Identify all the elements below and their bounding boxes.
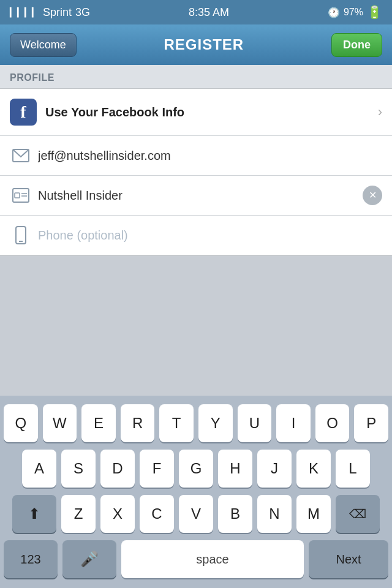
battery-info: 🕐 97% 🔋 (328, 5, 382, 20)
key-i[interactable]: I (276, 404, 311, 442)
keyboard-row-3: ⬆ Z X C V B N M ⌫ (0, 495, 392, 533)
space-label: space (196, 552, 228, 567)
phone-field[interactable] (38, 228, 382, 243)
number-key[interactable]: 123 (4, 540, 58, 578)
back-button[interactable]: Welcome (10, 33, 77, 57)
carrier-name: Sprint (43, 6, 72, 19)
signal-icon: ▎▎▎▎ (10, 7, 39, 17)
battery-icon: 🔋 (367, 5, 382, 20)
key-g[interactable]: G (179, 450, 213, 488)
keyboard-row-1: Q W E R T Y U I O P (0, 404, 392, 442)
network-type: 3G (75, 6, 90, 19)
key-d[interactable]: D (100, 450, 135, 488)
key-n[interactable]: N (257, 495, 292, 533)
delete-key[interactable]: ⌫ (336, 495, 380, 533)
key-c[interactable]: C (140, 495, 174, 533)
shift-icon: ⬆ (28, 505, 40, 522)
clear-name-button[interactable]: ✕ (363, 186, 382, 205)
key-r[interactable]: R (121, 404, 155, 442)
key-q[interactable]: Q (4, 404, 38, 442)
clear-icon: ✕ (369, 190, 377, 200)
phone-icon (10, 224, 32, 246)
key-a[interactable]: A (22, 450, 56, 488)
delete-icon: ⌫ (349, 507, 366, 521)
name-field[interactable] (38, 189, 363, 203)
key-t[interactable]: T (159, 404, 194, 442)
microphone-icon: 🎤 (80, 551, 99, 568)
name-row: ✕ (0, 176, 392, 216)
key-z[interactable]: Z (61, 495, 96, 533)
next-key[interactable]: Next (309, 540, 388, 578)
battery-percent: 97% (344, 7, 363, 18)
space-key[interactable]: space (121, 540, 304, 578)
keyboard: Q W E R T Y U I O P A S D F G H J K L ⬆ … (0, 396, 392, 588)
key-b[interactable]: B (218, 495, 252, 533)
phone-row (0, 216, 392, 255)
key-l[interactable]: L (336, 450, 370, 488)
page-title: REGISTER (164, 36, 244, 53)
carrier-info: ▎▎▎▎ Sprint 3G (10, 6, 90, 19)
form-container: f Use Your Facebook Info › ✕ (0, 88, 392, 256)
facebook-label: Use Your Facebook Info (45, 105, 378, 119)
number-label: 123 (20, 552, 40, 567)
svg-rect-2 (15, 193, 20, 198)
chevron-right-icon: › (378, 104, 382, 120)
facebook-icon: f (10, 99, 37, 126)
key-f[interactable]: F (140, 450, 174, 488)
next-label: Next (336, 552, 361, 567)
status-time: 8:35 AM (189, 6, 229, 19)
keyboard-row-2: A S D F G H J K L (0, 450, 392, 488)
key-v[interactable]: V (179, 495, 213, 533)
key-k[interactable]: K (296, 450, 331, 488)
profile-section: PROFILE (0, 65, 392, 88)
key-p[interactable]: P (354, 404, 388, 442)
done-button[interactable]: Done (331, 33, 382, 57)
name-icon (10, 184, 32, 206)
key-m[interactable]: M (296, 495, 331, 533)
key-j[interactable]: J (257, 450, 292, 488)
key-e[interactable]: E (81, 404, 116, 442)
microphone-key[interactable]: 🎤 (62, 540, 116, 578)
key-y[interactable]: Y (198, 404, 233, 442)
shift-key[interactable]: ⬆ (12, 495, 56, 533)
key-x[interactable]: X (100, 495, 135, 533)
key-o[interactable]: O (315, 404, 350, 442)
key-u[interactable]: U (238, 404, 272, 442)
email-icon (10, 145, 32, 167)
email-row (0, 136, 392, 176)
keyboard-bottom-row: 123 🎤 space Next (0, 540, 392, 588)
facebook-row[interactable]: f Use Your Facebook Info › (0, 89, 392, 136)
key-s[interactable]: S (61, 450, 96, 488)
email-field[interactable] (38, 149, 382, 163)
status-bar: ▎▎▎▎ Sprint 3G 8:35 AM 🕐 97% 🔋 (0, 0, 392, 24)
svg-rect-1 (13, 189, 29, 202)
clock-icon: 🕐 (328, 7, 340, 18)
nav-bar: Welcome REGISTER Done (0, 24, 392, 65)
key-w[interactable]: W (43, 404, 77, 442)
profile-section-label: PROFILE (10, 72, 55, 83)
key-h[interactable]: H (218, 450, 252, 488)
